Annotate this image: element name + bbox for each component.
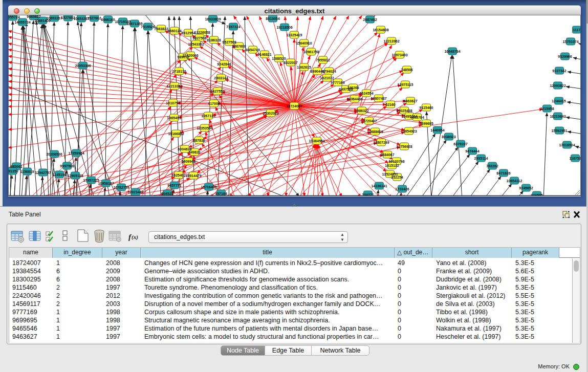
svg-text:1965493: 1965493	[167, 116, 181, 120]
svg-text:763262: 763262	[486, 164, 498, 168]
svg-text:17359924: 17359924	[68, 151, 84, 155]
svg-text:1621072: 1621072	[320, 76, 334, 80]
svg-text:12213369: 12213369	[166, 84, 182, 88]
svg-text:4055724: 4055724	[8, 15, 20, 19]
svg-text:1362615: 1362615	[297, 65, 311, 69]
svg-text:18724007: 18724007	[286, 104, 302, 108]
svg-text:13226058: 13226058	[194, 31, 210, 34]
svg-text:12942757: 12942757	[35, 171, 51, 174]
svg-text:9245652: 9245652	[519, 186, 533, 190]
svg-text:8912954: 8912954	[181, 31, 195, 35]
svg-text:3624554: 3624554	[359, 92, 373, 95]
svg-text:17957225: 17957225	[83, 179, 99, 182]
svg-text:391353: 391353	[8, 169, 18, 173]
svg-text:417006: 417006	[208, 102, 220, 105]
svg-text:10688609: 10688609	[367, 130, 383, 134]
svg-text:1588520: 1588520	[272, 57, 286, 60]
svg-text:1615132: 1615132	[385, 164, 399, 167]
svg-text:20206536: 20206536	[46, 152, 62, 156]
svg-text:12023448: 12023448	[127, 190, 143, 194]
svg-text:12093822: 12093822	[550, 84, 565, 87]
svg-text:17016504: 17016504	[559, 143, 575, 147]
svg-text:1610753: 1610753	[166, 101, 180, 105]
svg-text:11325419: 11325419	[287, 33, 302, 37]
svg-text:9242848: 9242848	[217, 62, 231, 66]
svg-text:10025438: 10025438	[396, 109, 412, 113]
svg-text:15716485: 15716485	[201, 185, 216, 189]
svg-text:8938923: 8938923	[442, 135, 455, 139]
svg-text:9527508: 9527508	[222, 40, 236, 44]
svg-text:2867608: 2867608	[232, 45, 246, 48]
svg-text:985061: 985061	[10, 165, 22, 168]
svg-text:1244415: 1244415	[552, 99, 565, 103]
svg-text:9227342: 9227342	[552, 69, 566, 73]
svg-text:10973493: 10973493	[391, 53, 407, 57]
svg-text:116753: 116753	[570, 157, 581, 160]
svg-text:7515526: 7515526	[141, 25, 155, 29]
svg-text:9463627: 9463627	[403, 99, 417, 103]
svg-text:3267110: 3267110	[202, 114, 215, 118]
svg-text:6466160: 6466160	[101, 18, 115, 21]
svg-text:9684067: 9684067	[380, 153, 394, 157]
svg-text:12213962: 12213962	[383, 39, 399, 43]
svg-text:19384554: 19384554	[309, 139, 324, 143]
svg-text:3215958: 3215958	[540, 107, 554, 111]
svg-text:16671355: 16671355	[126, 22, 142, 26]
svg-text:6794024: 6794024	[322, 70, 336, 73]
svg-text:887833: 887833	[193, 139, 205, 142]
svg-text:10543362: 10543362	[188, 42, 204, 46]
svg-text:14055724: 14055724	[14, 20, 30, 24]
svg-text:157164: 157164	[215, 192, 227, 195]
svg-text:15640910: 15640910	[296, 41, 312, 45]
svg-text:19166852: 19166852	[168, 132, 184, 136]
svg-text:8471626: 8471626	[496, 171, 510, 175]
svg-text:9997588: 9997588	[60, 164, 74, 168]
svg-text:746266: 746266	[347, 86, 359, 90]
svg-text:9115460: 9115460	[420, 106, 433, 110]
svg-text:6379197: 6379197	[453, 142, 467, 146]
svg-text:9777169: 9777169	[331, 81, 344, 84]
svg-text:252254: 252254	[391, 176, 403, 179]
svg-text:20364436: 20364436	[346, 97, 362, 101]
svg-text:8322037: 8322037	[284, 61, 297, 64]
svg-text:9827508: 9827508	[192, 36, 206, 40]
svg-text:2687682: 2687682	[363, 18, 377, 21]
svg-text:10756928: 10756928	[396, 145, 412, 148]
svg-text:10807487: 10807487	[371, 97, 386, 100]
svg-text:12905135: 12905135	[67, 174, 83, 178]
svg-text:7357224: 7357224	[226, 25, 240, 29]
svg-text:2803144: 2803144	[214, 76, 228, 80]
svg-text:1145194: 1145194	[53, 173, 67, 177]
svg-text:16914479: 16914479	[185, 174, 201, 178]
svg-text:9146821: 9146821	[257, 53, 271, 56]
svg-text:16154808: 16154808	[373, 28, 388, 32]
svg-text:15751074: 15751074	[562, 40, 578, 43]
svg-text:1117: 1117	[573, 28, 581, 32]
svg-text:1440954: 1440954	[430, 128, 444, 132]
svg-text:9457771: 9457771	[167, 184, 181, 187]
svg-text:12353594: 12353594	[197, 126, 212, 130]
svg-text:7955812: 7955812	[316, 58, 330, 62]
svg-text:1733426: 1733426	[395, 187, 409, 191]
svg-text:1156819: 1156819	[20, 170, 34, 173]
svg-text:62160: 62160	[385, 103, 396, 106]
svg-text:9529966: 9529966	[558, 55, 572, 58]
svg-text:7625402: 7625402	[171, 173, 185, 177]
svg-text:15592951: 15592951	[551, 129, 567, 133]
svg-text:10958127: 10958127	[98, 182, 114, 185]
svg-text:8427552: 8427552	[210, 90, 224, 93]
svg-text:8454749: 8454749	[246, 48, 259, 52]
svg-text:748506: 748506	[401, 68, 412, 72]
svg-text:449822: 449822	[188, 150, 200, 154]
svg-text:16648784: 16648784	[444, 50, 460, 53]
svg-text:10120746: 10120746	[388, 160, 404, 163]
svg-text:13975115: 13975115	[398, 83, 413, 86]
svg-text:(x): (x)	[132, 234, 138, 240]
svg-text:14136141: 14136141	[371, 184, 387, 188]
svg-text:2718176: 2718176	[172, 70, 186, 73]
svg-text:7663822: 7663822	[154, 27, 168, 31]
svg-text:19218506: 19218506	[276, 26, 292, 29]
svg-text:9660124: 9660124	[167, 29, 181, 33]
svg-text:15720407: 15720407	[361, 119, 377, 123]
svg-text:10654112: 10654112	[507, 179, 522, 183]
